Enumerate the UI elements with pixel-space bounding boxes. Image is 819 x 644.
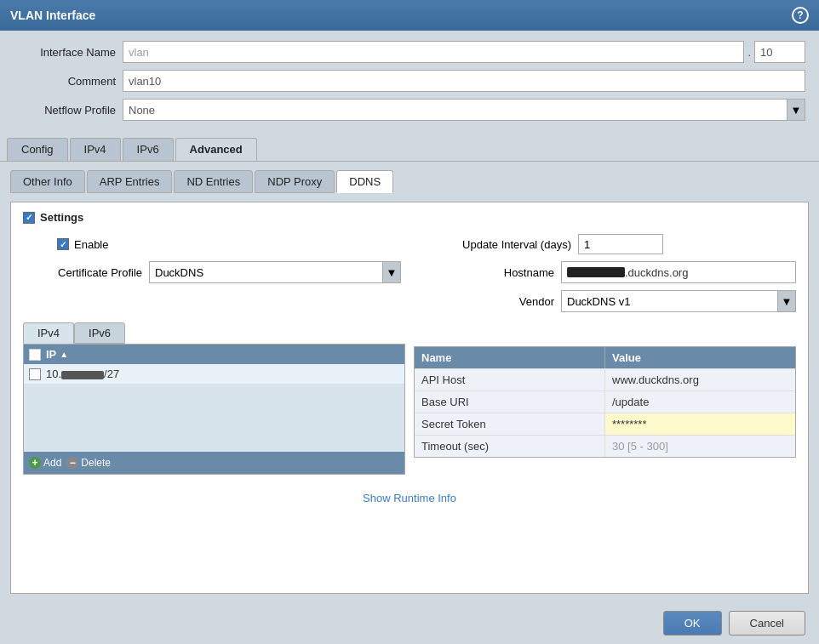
sub-tab-nd-entries[interactable]: ND Entries (174, 170, 253, 193)
settings-checkbox[interactable]: ✓ (23, 212, 35, 224)
dialog-title: VLAN Interface (10, 9, 95, 22)
delete-label: Delete (81, 457, 111, 469)
sub-tab-arp-entries[interactable]: ARP Entries (87, 170, 173, 193)
vendor-table-header: Name Value (415, 347, 795, 368)
cancel-button[interactable]: Cancel (729, 611, 805, 635)
vendor-section: Name Value API Host www.duckdns.org Base… (414, 346, 796, 475)
main-tabs: Config IPv4 IPv6 Advanced (0, 138, 819, 161)
vendor-cell-value-0: www.duckdns.org (605, 369, 795, 390)
netflow-select[interactable]: None (123, 99, 805, 121)
interface-name-field-wrapper: . (123, 41, 805, 63)
interface-vlan-id-input[interactable] (754, 41, 805, 63)
help-icon[interactable]: ? (792, 7, 809, 24)
dialog: VLAN Interface ? Interface Name . Commen… (0, 0, 819, 644)
ip-table-actions: + Add − Delete (24, 452, 404, 474)
enable-row: ✓ Enable (23, 234, 418, 254)
update-interval-label: Update Interval (days) (435, 238, 571, 251)
comment-row: Comment (14, 70, 805, 92)
table-row[interactable]: 10./27 (24, 364, 404, 384)
vendor-cell-name-0: API Host (415, 369, 605, 390)
tab-config[interactable]: Config (7, 138, 68, 161)
vendor-row-3: Timeout (sec) 30 [5 - 300] (415, 435, 795, 457)
netflow-row: Netflow Profile None ▼ (14, 99, 805, 121)
bottom-bar: OK Cancel (0, 602, 819, 644)
ip-table-header: IP ▲ (24, 345, 404, 364)
tab-advanced[interactable]: Advanced (175, 138, 257, 161)
vendor-cell-name-3: Timeout (sec) (415, 436, 605, 457)
content-area: Other Info ARP Entries ND Entries NDP Pr… (0, 161, 819, 602)
ip-header-checkbox[interactable] (29, 349, 41, 361)
vendor-select-wrapper: DuckDNS v1 ▼ (561, 290, 796, 312)
vendor-cell-value-1: /update (605, 391, 795, 413)
inner-tab-ipv6[interactable]: IPv6 (74, 322, 125, 344)
ip-table: IP ▲ 10./27 + (23, 344, 405, 475)
enable-label: Enable (74, 238, 108, 251)
add-icon: + (29, 457, 41, 469)
update-interval-row: Update Interval (days) (435, 234, 796, 254)
vendor-table: Name Value API Host www.duckdns.org Base… (414, 346, 796, 458)
vendor-label: Vendor (418, 295, 554, 308)
interface-name-label: Interface Name (14, 46, 116, 59)
vendor-cell-value-2[interactable]: ******** (605, 413, 795, 435)
sort-arrow-icon: ▲ (60, 350, 68, 359)
delete-button[interactable]: − Delete (66, 457, 111, 469)
inner-tab-ipv4[interactable]: IPv4 (23, 322, 74, 344)
hostname-label: Hostname (418, 266, 554, 279)
enable-checkbox[interactable]: ✓ (57, 238, 69, 250)
inner-tabs: IPv4 IPv6 (23, 322, 405, 344)
sub-tab-other-info[interactable]: Other Info (10, 170, 85, 193)
vendor-col-value-header: Value (605, 347, 795, 368)
vendor-row-2[interactable]: Secret Token ******** (415, 413, 795, 435)
vendor-row: Vendor DuckDNS v1 ▼ (418, 290, 796, 312)
ip-table-empty-area (24, 384, 404, 452)
title-bar: VLAN Interface ? (0, 0, 819, 31)
sub-tabs: Other Info ARP Entries ND Entries NDP Pr… (10, 170, 809, 193)
settings-body: ✓ Enable Update Interval (days) Certific… (23, 234, 796, 504)
tab-ipv6[interactable]: IPv6 (123, 138, 174, 161)
update-interval-input[interactable] (578, 234, 663, 254)
interface-name-input[interactable] (123, 41, 744, 63)
sub-tab-ddns[interactable]: DDNS (336, 170, 393, 193)
interface-name-row: Interface Name . (14, 41, 805, 63)
vendor-row-0: API Host www.duckdns.org (415, 368, 795, 390)
settings-title: Settings (40, 211, 83, 224)
show-runtime-link[interactable]: Show Runtime Info (23, 492, 796, 504)
dot-separator: . (744, 46, 754, 59)
tab-ipv4[interactable]: IPv4 (70, 138, 121, 161)
settings-row-2: Certificate Profile DuckDNS ▼ Hostname (23, 261, 796, 283)
vendor-cell-name-2: Secret Token (415, 413, 605, 435)
cert-profile-label: Certificate Profile (23, 266, 142, 279)
form-area: Interface Name . Comment Netflow Profile… (0, 31, 819, 138)
settings-header: ✓ Settings (23, 211, 796, 224)
cert-profile-select[interactable]: DuckDNS (149, 261, 401, 283)
settings-panel: ✓ Settings ✓ Enable Upda (10, 202, 809, 594)
cert-profile-select-wrapper: DuckDNS ▼ (149, 261, 401, 283)
hostname-display[interactable]: .duckdns.org (561, 261, 796, 283)
add-button[interactable]: + Add (29, 457, 61, 469)
hostname-row: Hostname .duckdns.org (418, 261, 796, 283)
settings-row-1: ✓ Enable Update Interval (days) (23, 234, 796, 254)
netflow-select-wrapper: None ▼ (123, 99, 805, 121)
hostname-suffix: .duckdns.org (625, 266, 688, 279)
delete-icon: − (66, 457, 78, 469)
ip-header-label: IP ▲ (46, 348, 68, 361)
ip-value: 10./27 (46, 368, 119, 380)
row-checkbox[interactable] (29, 368, 41, 380)
vendor-cell-name-1: Base URI (415, 391, 605, 413)
tables-row: IPv4 IPv6 IP ▲ (23, 322, 796, 475)
ip-section: IPv4 IPv6 IP ▲ (23, 322, 405, 475)
hostname-masked (567, 267, 625, 277)
add-label: Add (43, 457, 61, 469)
comment-input[interactable] (123, 70, 805, 92)
vendor-cell-value-3: 30 [5 - 300] (605, 436, 795, 457)
vendor-select[interactable]: DuckDNS v1 (561, 290, 796, 312)
sub-tab-ndp-proxy[interactable]: NDP Proxy (255, 170, 335, 193)
cert-profile-row: Certificate Profile DuckDNS ▼ (23, 261, 401, 283)
settings-row-3: Vendor DuckDNS v1 ▼ (23, 290, 796, 312)
comment-label: Comment (14, 75, 116, 88)
ok-button[interactable]: OK (663, 611, 722, 635)
vendor-row-1: Base URI /update (415, 390, 795, 413)
vendor-col-name-header: Name (415, 347, 605, 368)
netflow-label: Netflow Profile (14, 104, 116, 117)
